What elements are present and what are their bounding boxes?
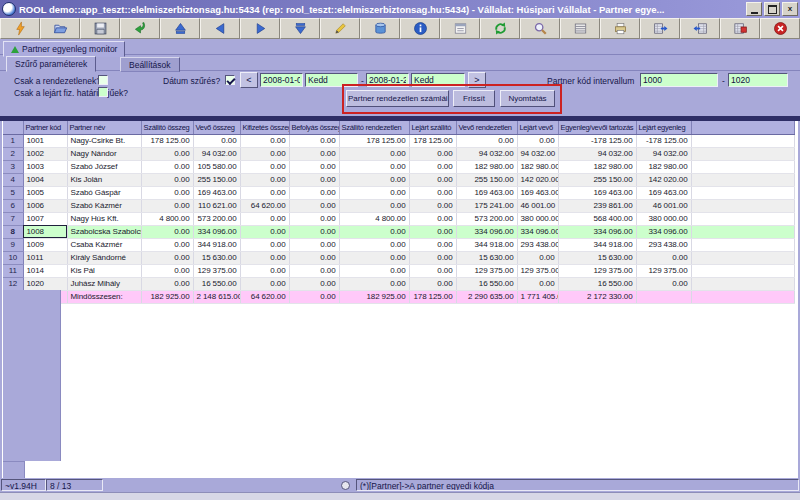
cell[interactable]: 1002 <box>23 147 67 160</box>
row-number[interactable]: 11 <box>3 264 23 277</box>
cell[interactable]: 0.00 <box>141 225 193 238</box>
cell[interactable]: 0.00 <box>409 173 456 186</box>
cell[interactable]: 293 438.00 <box>517 238 558 251</box>
cell[interactable]: 568 400.00 <box>558 212 636 225</box>
cell[interactable]: 0.00 <box>339 238 409 251</box>
cell[interactable]: 0.00 <box>141 264 193 277</box>
cell[interactable]: 255 150.00 <box>193 173 240 186</box>
date-from-input[interactable] <box>260 73 303 87</box>
cell[interactable]: Nagy Hús Kft. <box>67 212 141 225</box>
partner-from-input[interactable] <box>640 73 718 87</box>
cell[interactable]: 0.00 <box>289 251 339 264</box>
column-header-2[interactable]: Partner név <box>67 121 141 134</box>
cell[interactable]: 344 918.00 <box>193 238 240 251</box>
cell[interactable]: 169 463.00 <box>456 186 517 199</box>
cell[interactable]: 0.00 <box>517 251 558 264</box>
cell[interactable]: 0.00 <box>141 277 193 290</box>
row-number[interactable]: 7 <box>3 212 23 225</box>
cell[interactable]: 1003 <box>23 160 67 173</box>
cell[interactable]: Király Sándorné <box>67 251 141 264</box>
toolbar-button-delete-table[interactable] <box>720 18 760 39</box>
toolbar-button-bolt[interactable] <box>0 18 40 39</box>
cell[interactable]: 255 150.00 <box>558 173 636 186</box>
cell[interactable]: 0.00 <box>289 134 339 147</box>
cell[interactable]: 178 125.00 <box>141 134 193 147</box>
toolbar-button-close[interactable] <box>760 18 800 39</box>
toolbar-button-save[interactable] <box>80 18 120 39</box>
cell[interactable]: 94 032.00 <box>456 147 517 160</box>
cell[interactable]: 1020 <box>23 277 67 290</box>
print-button[interactable]: Nyomtatás <box>500 90 555 107</box>
cell[interactable]: 0.00 <box>409 277 456 290</box>
cell[interactable]: 16 550.00 <box>558 277 636 290</box>
cell[interactable]: 0.00 <box>636 277 691 290</box>
cell[interactable]: 0.00 <box>240 251 289 264</box>
cell[interactable]: 0.00 <box>409 160 456 173</box>
cell[interactable]: 344 918.00 <box>456 238 517 251</box>
tab-partner-egyenleg-monitor[interactable]: Partner egyenleg monitor <box>3 41 125 57</box>
refresh-button[interactable]: Frissít <box>453 90 495 107</box>
cell[interactable]: 182 980.00 <box>558 160 636 173</box>
column-header-7[interactable]: Szállító rendezetlen <box>339 121 409 134</box>
toolbar-button-import-table[interactable] <box>680 18 720 39</box>
cell[interactable]: 0.00 <box>409 238 456 251</box>
cell[interactable] <box>636 290 691 303</box>
cell[interactable]: 0.00 <box>240 225 289 238</box>
cell[interactable]: 0.00 <box>289 160 339 173</box>
cell[interactable]: 334 096.00 <box>456 225 517 238</box>
cell[interactable]: Nagy Nándor <box>67 147 141 160</box>
cell[interactable]: 0.00 <box>339 173 409 186</box>
toolbar-button-database[interactable] <box>360 18 400 39</box>
toolbar-button-open-folder[interactable] <box>40 18 80 39</box>
cell[interactable]: 129 375.00 <box>558 264 636 277</box>
cell[interactable]: 334 096.00 <box>558 225 636 238</box>
cell[interactable]: 0.00 <box>409 186 456 199</box>
status-radio[interactable] <box>341 481 350 490</box>
cell[interactable]: 0.00 <box>339 251 409 264</box>
date-to-day-input[interactable] <box>411 73 465 87</box>
cell[interactable]: 15 630.00 <box>193 251 240 264</box>
cell[interactable]: Szabó Kázmér <box>67 199 141 212</box>
cell[interactable]: -178 125.00 <box>636 134 691 147</box>
cell[interactable]: Juhász Mihály <box>67 277 141 290</box>
cell[interactable]: Szabó Gáspár <box>67 186 141 199</box>
column-header-3[interactable]: Szállító összeg <box>141 121 193 134</box>
column-header-8[interactable]: Lejárt szállító <box>409 121 456 134</box>
cell[interactable]: 0.00 <box>289 290 339 303</box>
toolbar-button-search[interactable] <box>520 18 560 39</box>
cell[interactable]: 0.00 <box>409 225 456 238</box>
row-number[interactable]: 12 <box>3 277 23 290</box>
cell[interactable]: 16 550.00 <box>193 277 240 290</box>
cell[interactable]: 0.00 <box>339 199 409 212</box>
cell[interactable]: 182 980.00 <box>517 160 558 173</box>
cell[interactable]: 0.00 <box>339 147 409 160</box>
cell[interactable]: 142 020.00 <box>517 173 558 186</box>
cell[interactable]: 15 630.00 <box>558 251 636 264</box>
date-filter-checkbox[interactable] <box>225 75 235 85</box>
cell[interactable]: 1006 <box>23 199 67 212</box>
cell[interactable]: 142 020.00 <box>636 173 691 186</box>
cell[interactable]: 1004 <box>23 173 67 186</box>
cell[interactable]: 0.00 <box>409 199 456 212</box>
cell[interactable]: 0.00 <box>141 186 193 199</box>
cell[interactable]: 0.00 <box>240 264 289 277</box>
cell[interactable]: 182 925.00 <box>141 290 193 303</box>
cell[interactable]: 175 241.00 <box>456 199 517 212</box>
cell[interactable]: Nagy-Csirke Bt. <box>67 134 141 147</box>
cell[interactable]: 129 375.00 <box>517 264 558 277</box>
cell[interactable]: 0.00 <box>289 277 339 290</box>
cell[interactable]: 334 096.00 <box>636 225 691 238</box>
cell[interactable]: 1005 <box>23 186 67 199</box>
cell[interactable]: 0.00 <box>141 173 193 186</box>
cell[interactable]: 0.00 <box>409 251 456 264</box>
toolbar-button-list[interactable] <box>560 18 600 39</box>
column-header-4[interactable]: Vevő összeg <box>193 121 240 134</box>
cell[interactable]: 344 918.00 <box>558 238 636 251</box>
row-number[interactable]: 4 <box>3 173 23 186</box>
cell[interactable]: 178 125.00 <box>339 134 409 147</box>
cell[interactable]: 0.00 <box>141 251 193 264</box>
cell[interactable]: 178 125.00 <box>409 134 456 147</box>
date-to-input[interactable] <box>366 73 409 87</box>
row-number[interactable]: 10 <box>3 251 23 264</box>
row-number[interactable]: 2 <box>3 147 23 160</box>
